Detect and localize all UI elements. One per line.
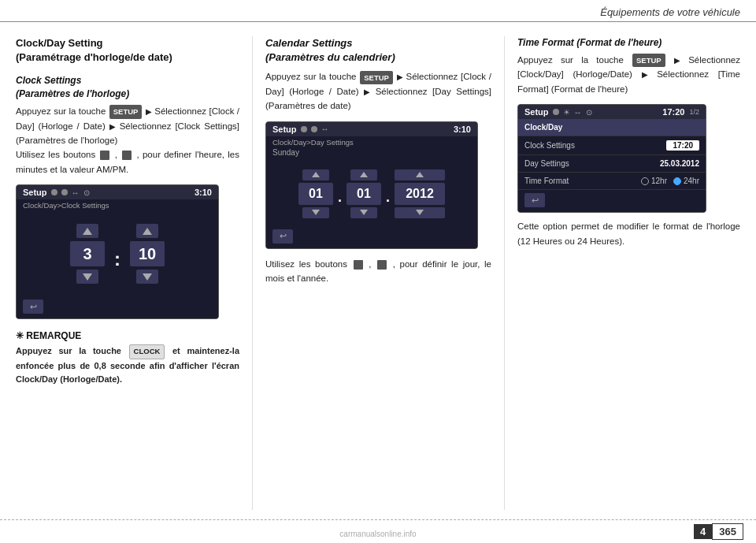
arrow-icon-1: ▶ bbox=[146, 106, 152, 118]
up-arrow-icon bbox=[83, 228, 92, 235]
d1-down-icon bbox=[312, 210, 320, 215]
right-screen-time: 17:20 bbox=[662, 107, 684, 117]
screen-icon-4: ⊙ bbox=[83, 188, 90, 197]
row-label-3: Day Settings bbox=[524, 159, 569, 168]
down-arrow-icon-2 bbox=[143, 273, 152, 281]
right-back-button[interactable]: ↩ bbox=[524, 193, 545, 207]
row-clock-day: Clock/Day bbox=[518, 119, 706, 136]
page-number: 4 365 bbox=[694, 523, 743, 540]
cal-icon-2 bbox=[311, 126, 317, 132]
arrow-icon-2: ▶ bbox=[109, 121, 116, 133]
screen-icon-2 bbox=[61, 189, 68, 195]
year-up-btn[interactable] bbox=[395, 169, 445, 180]
right-screen-page: 1/2 bbox=[689, 108, 699, 116]
d1-up-btn[interactable] bbox=[302, 169, 329, 180]
screen-header: Setup ↔ ⊙ 3:10 bbox=[17, 185, 218, 199]
d1-up-icon bbox=[312, 172, 320, 177]
right-screen-mockup: Setup ☀ ↔ ⊙ 17:20 1/2 Clock/Day Clock Se… bbox=[517, 104, 706, 213]
radio-dot-24 bbox=[673, 177, 681, 185]
screen-subtitle: Clock/Day>Clock Settings bbox=[17, 199, 218, 211]
cal-screen-mockup: Setup ↔ 3:10 Clock/Day>Day Settings Sund… bbox=[265, 121, 478, 249]
minutes-up-btn[interactable] bbox=[136, 224, 158, 238]
arrow-icon-r2: ▶ bbox=[642, 69, 648, 81]
year-down-btn[interactable] bbox=[395, 207, 445, 218]
d2-down-icon bbox=[360, 210, 368, 215]
cal-screen-footer: ↩ bbox=[266, 226, 477, 248]
r-icon-1 bbox=[553, 109, 559, 115]
d2-value: 01 bbox=[346, 183, 381, 205]
hours-up-btn[interactable] bbox=[76, 224, 98, 238]
right-screen-title: Setup bbox=[524, 107, 549, 117]
row-label-4: Time Format bbox=[524, 177, 569, 185]
remarque-heading: ✳ REMARQUE bbox=[16, 330, 239, 341]
date-sep-2: . bbox=[386, 189, 390, 206]
remarque-section: ✳ REMARQUE Appuyez sur la touche CLOCK e… bbox=[16, 330, 239, 386]
clock-screen-mockup: Setup ↔ ⊙ 3:10 Clock/Day>Clock Settings … bbox=[16, 184, 219, 319]
row-label-1: Clock/Day bbox=[524, 123, 562, 132]
cal-screen-header: Setup ↔ 3:10 bbox=[266, 122, 477, 136]
arrow-icon-mid1: ▶ bbox=[397, 71, 403, 84]
back-button[interactable]: ↩ bbox=[23, 299, 43, 314]
main-heading: Clock/Day Setting (Paramétrage d'horloge… bbox=[16, 36, 239, 65]
watermark: carmanualsonline.info bbox=[339, 530, 416, 538]
arrow-icon-mid2: ▶ bbox=[364, 86, 370, 99]
radio-24hr: 24hr bbox=[673, 177, 699, 185]
remarque-body: Appuyez sur la touche CLOCK et maintenez… bbox=[16, 344, 239, 386]
year-value: 2012 bbox=[395, 183, 445, 205]
date-input-year: 2012 bbox=[395, 169, 445, 218]
cal-heading: Calendar Settings (Paramètres du calendr… bbox=[265, 36, 491, 65]
d2-up-btn[interactable] bbox=[350, 169, 377, 180]
radio-12hr: 12hr bbox=[641, 177, 667, 185]
minutes-value: 10 bbox=[130, 241, 165, 266]
screen-icon-3: ↔ bbox=[72, 188, 80, 197]
date-input-d2: 01 bbox=[346, 169, 381, 218]
cal-body: Appuyez sur la touche SETUP ▶ Sélectionn… bbox=[265, 69, 491, 113]
screen-body: 3 : 10 bbox=[17, 211, 218, 296]
year-up-icon bbox=[416, 172, 424, 177]
right-screen-footer: ↩ bbox=[518, 190, 706, 212]
cal-screen-title: Setup bbox=[272, 125, 297, 134]
year-down-icon bbox=[416, 210, 424, 215]
d1-down-btn[interactable] bbox=[302, 207, 329, 218]
col-right: Time Format (Format de l'heure) Appuyez … bbox=[504, 36, 740, 510]
cal-icon-3: ↔ bbox=[321, 125, 329, 133]
cal-back-icon: ↩ bbox=[280, 231, 287, 241]
hours-down-btn[interactable] bbox=[76, 270, 98, 284]
right-screen-table: Clock/Day Clock Settings 17:20 Day Setti… bbox=[518, 119, 706, 190]
clock-settings-body: Appuyez sur la touche SETUP ▶ Sélectionn… bbox=[16, 104, 239, 177]
setup-badge-1: SETUP bbox=[109, 105, 143, 118]
sub-heading-clock: Clock Settings (Paramètres de l'horloge) bbox=[16, 74, 239, 101]
screen-icon-1 bbox=[51, 189, 57, 195]
cal-screen-subtitle: Clock/Day>Day Settings bbox=[266, 136, 477, 148]
right-back-icon: ↩ bbox=[532, 195, 539, 206]
down-arrow-icon bbox=[83, 273, 92, 281]
col-left: Clock/Day Setting (Paramétrage d'horloge… bbox=[16, 36, 252, 510]
r-icon-2: ☀ bbox=[563, 108, 570, 117]
r-icon-4: ⊙ bbox=[586, 108, 592, 117]
row-value-2: 17:20 bbox=[666, 140, 699, 151]
page-num-left: 4 bbox=[694, 524, 712, 539]
d1-value: 01 bbox=[298, 183, 333, 205]
d2-down-btn[interactable] bbox=[350, 207, 377, 218]
row-day-settings: Day Settings 25.03.2012 bbox=[518, 155, 706, 173]
page-title: Équipements de votre véhicule bbox=[600, 6, 740, 18]
cal-date-row: 01 . 01 . bbox=[266, 162, 477, 226]
radio-dot-12 bbox=[641, 177, 649, 185]
date-input-d1: 01 bbox=[298, 169, 333, 218]
cal-back-button[interactable]: ↩ bbox=[272, 229, 293, 244]
time-input-minutes: 10 bbox=[130, 224, 165, 284]
clock-badge: CLOCK bbox=[129, 344, 165, 359]
arrow-icon-r1: ▶ bbox=[674, 54, 680, 67]
minutes-down-btn[interactable] bbox=[136, 270, 158, 284]
d2-up-icon bbox=[360, 172, 368, 177]
page-num-right: 365 bbox=[712, 523, 743, 540]
row-time-format: Time Format 12hr 24hr bbox=[518, 173, 706, 190]
screen-title-left: Setup bbox=[23, 188, 47, 197]
setup-badge-right: SETUP bbox=[632, 54, 665, 67]
day-label: Sunday bbox=[266, 148, 477, 162]
page-header: Équipements de votre véhicule bbox=[0, 0, 756, 22]
cal-icon-1 bbox=[301, 126, 307, 132]
r-icon-3: ↔ bbox=[574, 108, 582, 117]
row-label-2: Clock Settings bbox=[524, 141, 575, 150]
date-sep-1: . bbox=[338, 189, 342, 206]
